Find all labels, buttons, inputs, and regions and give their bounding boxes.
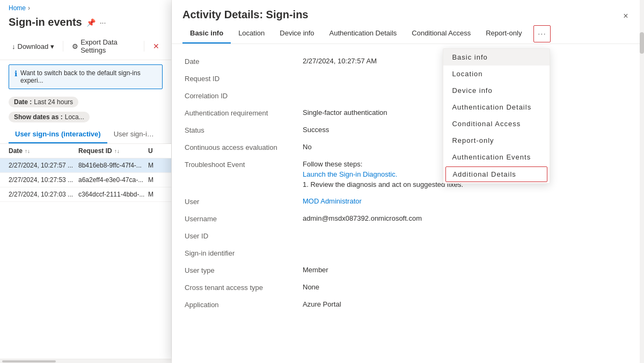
- modal-header: Activity Details: Sign-ins ×: [172, 0, 644, 24]
- detail-row-username: Username admin@msdx087392.onmicrosoft.co…: [185, 210, 631, 227]
- table-row[interactable]: 2/27/2024, 10:27:03 ... c364dccf-2111-4b…: [0, 187, 171, 202]
- detail-label-userid: User ID: [185, 231, 303, 240]
- detail-label-application: Application: [185, 300, 303, 309]
- cell-user-1: M: [148, 162, 159, 169]
- col-date-header[interactable]: Date ↑↓: [9, 147, 78, 155]
- modal-tabs: Basic info Location Device info Authenti…: [172, 24, 644, 44]
- detail-label-correid: Correlation ID: [185, 91, 303, 100]
- modal-scrollbar-thumb: [640, 32, 644, 54]
- detail-row-troubleshoot: Troubleshoot Event Follow these steps: L…: [185, 156, 631, 193]
- modal-tab-basicinfo[interactable]: Basic info: [182, 24, 231, 43]
- table-row[interactable]: 2/27/2024, 10:27:57 ... 8b416eb8-9ffc-47…: [0, 158, 171, 173]
- more-tabs-button[interactable]: ··· Basic info Location Device info Auth…: [533, 25, 551, 42]
- detail-value-crosstenant: None: [303, 283, 631, 291]
- close-icon: ×: [623, 11, 628, 21]
- horizontal-scrollbar[interactable]: [0, 359, 171, 363]
- detail-row-correid: Correlation ID: [185, 87, 631, 104]
- detail-row-authrequirement: Authentication requirement Single-factor…: [185, 104, 631, 121]
- cell-date-3: 2/27/2024, 10:27:03 ...: [9, 191, 78, 198]
- breadcrumb-separator: ›: [28, 4, 30, 12]
- x-icon: ✕: [153, 42, 159, 50]
- cell-date-1: 2/27/2024, 10:27:57 ...: [9, 162, 78, 169]
- download-button[interactable]: ↓ Download ▾: [9, 40, 57, 53]
- dropdown-item-condaccess[interactable]: Conditional Access: [443, 115, 550, 132]
- modal-tab-deviceinfo[interactable]: Device info: [272, 24, 321, 43]
- cell-reqid-3: c364dccf-2111-4bbd-...: [78, 191, 148, 198]
- detail-value-usertype: Member: [303, 266, 631, 274]
- detail-label-username: Username: [185, 214, 303, 223]
- modal-tab-location[interactable]: Location: [231, 24, 272, 43]
- dropdown-item-authdetails[interactable]: Authentication Details: [443, 99, 550, 115]
- breadcrumb-home[interactable]: Home: [9, 4, 26, 12]
- modal-scrollbar[interactable]: [640, 0, 644, 363]
- detail-value-application: Azure Portal: [303, 300, 631, 308]
- close-button[interactable]: ×: [618, 9, 633, 24]
- dropdown-item-location[interactable]: Location: [443, 66, 550, 82]
- detail-label-signinid: Sign-in identifier: [185, 249, 303, 257]
- table-row[interactable]: 2/27/2024, 10:27:53 ... a6a2eff4-e3e0-47…: [0, 173, 171, 187]
- detail-row-cae: Continuous access evaluation No: [185, 139, 631, 156]
- detail-value-username: admin@msdx087392.onmicrosoft.com: [303, 214, 631, 222]
- cell-reqid-1: 8b416eb8-9ffc-47f4-...: [78, 162, 148, 169]
- pin-icon[interactable]: 📌: [86, 18, 96, 27]
- col-reqid-header[interactable]: Request ID ↑↓: [78, 147, 148, 155]
- detail-label-usertype: User type: [185, 266, 303, 274]
- detail-row-usertype: User type Member: [185, 262, 631, 279]
- modal-content: Date 2/27/2024, 10:27:57 AM Request ID C…: [172, 44, 644, 363]
- filter-pills: Date : Last 24 hours Show dates as : Loc…: [0, 93, 171, 126]
- breadcrumb: Home ›: [0, 0, 171, 14]
- download-label: Download: [18, 42, 49, 50]
- detail-label-date: Date: [185, 57, 303, 66]
- table-header: Date ↑↓ Request ID ↑↓ U: [0, 144, 171, 158]
- cell-reqid-2: a6a2eff4-e3e0-47ca-...: [78, 176, 148, 184]
- sort-icon-reqid: ↑↓: [114, 148, 120, 154]
- detail-row-user: User MOD Administrator: [185, 193, 631, 210]
- modal-panel: Activity Details: Sign-ins × Basic info …: [172, 0, 644, 363]
- date-display-pill[interactable]: Show dates as : Loca...: [9, 112, 90, 122]
- modal-tab-condaccess[interactable]: Conditional Access: [404, 24, 478, 43]
- close-filter-button[interactable]: ✕: [150, 40, 163, 53]
- sort-icon-date: ↑↓: [25, 148, 30, 154]
- col-user-header: U: [148, 147, 163, 155]
- detail-row-application: Application Azure Portal: [185, 296, 631, 313]
- detail-value-user[interactable]: MOD Administrator: [303, 197, 631, 205]
- cell-user-3: M: [148, 191, 159, 198]
- info-banner-text: Want to switch back to the default sign-…: [20, 69, 157, 84]
- detail-row-reqid: Request ID: [185, 70, 631, 87]
- info-icon: ℹ: [14, 69, 17, 78]
- modal-overlay: Activity Details: Sign-ins × Basic info …: [172, 0, 644, 363]
- page-title: Sign-in events: [9, 16, 82, 28]
- dropdown-item-reportonly[interactable]: Report-only: [443, 132, 550, 149]
- dropdown-item-deviceinfo[interactable]: Device info: [443, 82, 550, 99]
- data-table: Date ↑↓ Request ID ↑↓ U 2/27/2024, 10:27…: [0, 144, 171, 359]
- page-title-row: Sign-in events 📌 ···: [0, 14, 171, 33]
- dropdown-item-basicinfo[interactable]: Basic info: [443, 49, 550, 66]
- modal-tab-authdetails[interactable]: Authentication Details: [322, 24, 405, 43]
- modal-tab-reportonly[interactable]: Report-only: [478, 24, 529, 43]
- detail-label-authrequirement: Authentication requirement: [185, 108, 303, 117]
- export-button[interactable]: ⚙ Export Data Settings: [69, 36, 138, 56]
- date-filter-value: Last 24 hours: [34, 98, 73, 106]
- dropdown-item-authevents[interactable]: Authentication Events: [443, 149, 550, 165]
- gear-icon: ⚙: [72, 42, 78, 50]
- date-display-value: Loca...: [65, 113, 84, 121]
- download-chevron: ▾: [50, 42, 54, 50]
- cell-user-2: M: [148, 176, 159, 184]
- tab-non-interactive[interactable]: User sign-ins (non...: [107, 126, 163, 143]
- tab-interactive[interactable]: User sign-ins (interactive): [9, 126, 107, 143]
- toolbar: ↓ Download ▾ ⚙ Export Data Settings ✕: [0, 33, 171, 60]
- date-filter-pill[interactable]: Date : Last 24 hours: [9, 97, 78, 107]
- left-panel: Home › Sign-in events 📌 ··· ↓ Download ▾…: [0, 0, 172, 363]
- dropdown-item-additionaldetails[interactable]: Additional Details: [445, 166, 547, 182]
- more-tabs-icon: ···: [538, 30, 546, 38]
- detail-row-crosstenant: Cross tenant access type None: [185, 279, 631, 296]
- cell-date-2: 2/27/2024, 10:27:53 ...: [9, 176, 78, 184]
- detail-row-userid: User ID: [185, 227, 631, 244]
- modal-title: Activity Details: Sign-ins: [182, 9, 309, 21]
- detail-row-signinid: Sign-in identifier: [185, 244, 631, 262]
- more-options-icon[interactable]: ···: [100, 18, 106, 27]
- detail-label-reqid: Request ID: [185, 74, 303, 83]
- detail-label-user: User: [185, 197, 303, 206]
- tabs-row: User sign-ins (interactive) User sign-in…: [0, 126, 171, 144]
- detail-label-cae: Continuous access evaluation: [185, 143, 303, 151]
